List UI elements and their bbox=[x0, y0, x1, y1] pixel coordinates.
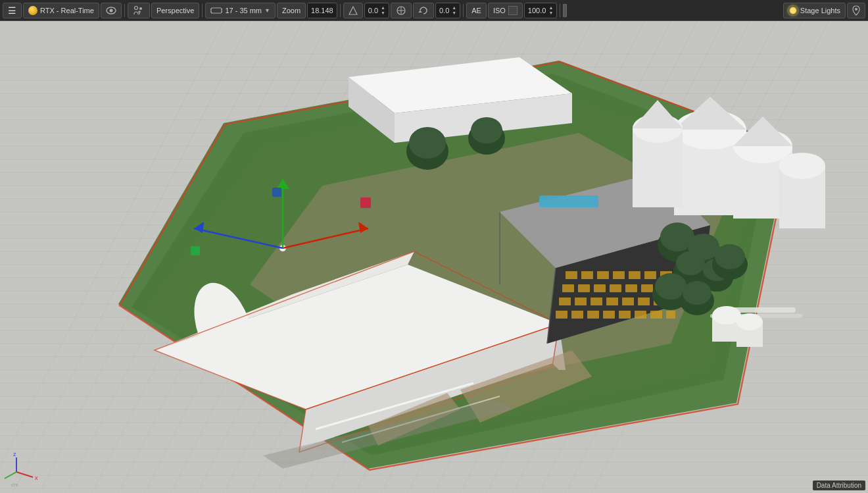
iso-down[interactable]: ▼ bbox=[548, 11, 553, 15]
angle-up-2[interactable]: ▲ bbox=[452, 5, 456, 10]
location-icon bbox=[852, 5, 860, 16]
angle-input-2[interactable]: 0.0 ▲ ▼ bbox=[435, 3, 460, 18]
svg-rect-94 bbox=[613, 271, 625, 279]
render-button[interactable] bbox=[101, 3, 122, 18]
svg-rect-104 bbox=[641, 284, 653, 292]
svg-point-2 bbox=[134, 6, 137, 9]
svg-rect-112 bbox=[638, 298, 650, 305]
svg-rect-95 bbox=[629, 271, 640, 279]
svg-rect-93 bbox=[597, 271, 609, 279]
svg-rect-110 bbox=[606, 298, 618, 305]
hamburger-icon: ☰ bbox=[8, 6, 16, 15]
zoom-label: Zoom bbox=[282, 7, 301, 14]
svg-rect-96 bbox=[644, 271, 656, 279]
iso-area[interactable]: ISO bbox=[488, 3, 523, 18]
angle-input-1[interactable]: 0.0 ▲ ▼ bbox=[364, 3, 389, 18]
svg-rect-123 bbox=[539, 195, 598, 207]
toolbar: ☰ RTX - Real-Time Perspective bbox=[0, 0, 868, 21]
svg-point-161 bbox=[683, 281, 711, 305]
perspective-label: Perspective bbox=[157, 7, 194, 14]
rotate-btn[interactable] bbox=[413, 3, 434, 18]
svg-point-1 bbox=[109, 9, 112, 12]
svg-point-143 bbox=[779, 153, 825, 179]
svg-rect-109 bbox=[591, 298, 602, 305]
svg-rect-117 bbox=[587, 311, 599, 319]
lens-button[interactable]: 17 - 35 mm ▼ bbox=[205, 3, 276, 18]
ae-button[interactable]: AE bbox=[466, 3, 487, 18]
iso-value: 100.0 bbox=[528, 7, 546, 14]
svg-rect-115 bbox=[556, 311, 567, 319]
svg-rect-175 bbox=[191, 246, 200, 255]
angle-down-1[interactable]: ▼ bbox=[381, 11, 385, 15]
angle-down-2[interactable]: ▼ bbox=[452, 11, 456, 15]
3d-scene: x z cm bbox=[0, 21, 868, 493]
lens-icon bbox=[210, 6, 222, 15]
stage-lights-label: Stage Lights bbox=[800, 7, 840, 14]
svg-rect-101 bbox=[594, 284, 606, 292]
svg-point-153 bbox=[676, 251, 705, 275]
rtx-label: RTX - Real-Time bbox=[40, 7, 94, 14]
scene-boundary-icon bbox=[563, 4, 567, 17]
iso-color-swatch bbox=[508, 6, 518, 15]
svg-rect-92 bbox=[581, 271, 593, 279]
iso-label: ISO bbox=[493, 7, 506, 14]
rotate-icon bbox=[418, 5, 429, 16]
angle-icon-1 bbox=[349, 6, 358, 15]
zoom-input[interactable]: 18.148 bbox=[307, 3, 337, 18]
rtx-icon bbox=[28, 6, 37, 15]
svg-rect-99 bbox=[562, 284, 574, 292]
svg-rect-103 bbox=[625, 284, 637, 292]
svg-rect-111 bbox=[622, 298, 634, 305]
svg-rect-118 bbox=[603, 311, 615, 319]
svg-point-16 bbox=[855, 8, 857, 11]
separator-4 bbox=[463, 4, 464, 17]
data-attribution: Data Attribution bbox=[813, 480, 865, 490]
lens-label: 17 - 35 mm bbox=[225, 7, 262, 14]
camera-person-icon bbox=[133, 5, 145, 16]
viewport[interactable]: x z cm Data Attribution bbox=[0, 21, 868, 493]
angle-value-2: 0.0 bbox=[439, 7, 449, 14]
zoom-value: 18.148 bbox=[311, 7, 333, 14]
svg-rect-120 bbox=[635, 311, 646, 319]
svg-rect-102 bbox=[610, 284, 621, 292]
angle-value-1: 0.0 bbox=[368, 7, 378, 14]
svg-rect-173 bbox=[360, 197, 371, 208]
angle-up-1[interactable]: ▲ bbox=[381, 5, 385, 10]
separator-2 bbox=[202, 4, 203, 17]
svg-rect-107 bbox=[559, 298, 571, 305]
separator-3 bbox=[340, 4, 341, 17]
location-button[interactable] bbox=[847, 3, 865, 18]
svg-rect-119 bbox=[619, 311, 631, 319]
menu-button[interactable]: ☰ bbox=[3, 3, 22, 18]
svg-point-147 bbox=[471, 117, 502, 143]
svg-marker-11 bbox=[349, 7, 357, 14]
svg-rect-116 bbox=[571, 311, 583, 319]
svg-rect-100 bbox=[578, 284, 590, 292]
perspective-button[interactable]: Perspective bbox=[151, 3, 199, 18]
svg-rect-6 bbox=[211, 8, 222, 13]
camera-button[interactable] bbox=[128, 3, 150, 18]
iso-input[interactable]: 100.0 ▲ ▼ bbox=[524, 3, 557, 18]
sun-icon bbox=[788, 6, 798, 15]
separator-1 bbox=[124, 4, 125, 17]
svg-point-181 bbox=[736, 313, 763, 330]
separator-5 bbox=[560, 4, 560, 17]
svg-rect-108 bbox=[575, 298, 587, 305]
svg-rect-174 bbox=[272, 188, 281, 197]
iso-up[interactable]: ▲ bbox=[548, 5, 553, 10]
svg-text:x: x bbox=[35, 475, 38, 481]
rtx-button[interactable]: RTX - Real-Time bbox=[23, 3, 99, 18]
svg-point-3 bbox=[139, 7, 142, 10]
lens-dropdown-arrow: ▼ bbox=[264, 7, 270, 14]
svg-marker-15 bbox=[418, 11, 422, 13]
zoom-label-area: Zoom bbox=[277, 3, 306, 18]
svg-text:cm: cm bbox=[11, 482, 18, 488]
stage-lights-button[interactable]: Stage Lights bbox=[783, 3, 846, 18]
svg-text:z: z bbox=[13, 451, 16, 457]
svg-point-145 bbox=[409, 127, 446, 159]
ae-label: AE bbox=[471, 7, 481, 14]
eye-icon bbox=[106, 6, 116, 15]
svg-rect-121 bbox=[650, 311, 662, 319]
angle-btn-1[interactable] bbox=[343, 3, 363, 18]
crosshair-button[interactable] bbox=[391, 3, 412, 18]
